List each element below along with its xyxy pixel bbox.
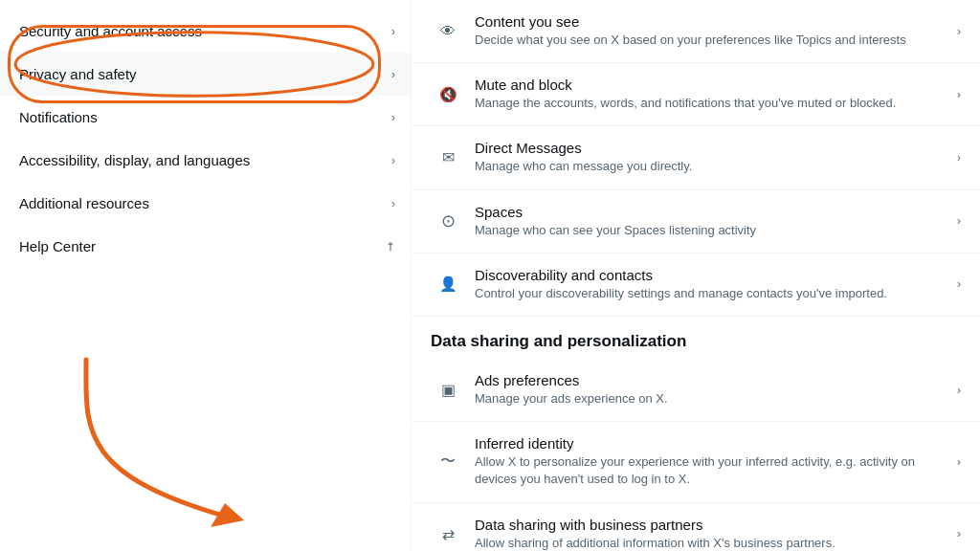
data-sharing-partners-text: Data sharing with business partners Allo… <box>465 517 957 552</box>
discoverability-text: Discoverability and contacts Control you… <box>465 267 957 302</box>
discoverability-desc: Control your discoverability settings an… <box>475 285 947 302</box>
mute-block-desc: Manage the accounts, words, and notifica… <box>475 95 947 112</box>
section-data-sharing: Data sharing and personalization Ads pre… <box>412 317 980 551</box>
section-top: Content you see Decide what you see on X… <box>412 0 980 317</box>
sidebar-item-security-label: Security and account access <box>19 23 202 39</box>
sidebar-item-accessibility[interactable]: Accessibility, display, and languages › <box>0 139 411 182</box>
inferred-icon <box>431 452 465 472</box>
sidebar-item-accessibility-label: Accessibility, display, and languages <box>19 152 250 168</box>
sharing-icon <box>431 525 465 543</box>
content-item-mute-block[interactable]: Mute and block Manage the accounts, word… <box>412 63 980 126</box>
sidebar-item-resources-chevron: › <box>391 197 395 210</box>
sidebar-item-help-chevron: ↗ <box>383 238 399 254</box>
data-sharing-partners-chevron: › <box>957 527 961 540</box>
spaces-chevron: › <box>957 214 961 228</box>
sidebar-item-notifications[interactable]: Notifications › <box>0 96 411 139</box>
content-you-see-title: Content you see <box>475 13 947 30</box>
sidebar-item-privacy-chevron: › <box>391 68 395 81</box>
data-sharing-partners-title: Data sharing with business partners <box>475 517 947 533</box>
ads-text: Ads preferences Manage your ads experien… <box>465 372 957 408</box>
mute-icon <box>431 86 465 103</box>
sidebar-item-accessibility-chevron: › <box>391 154 395 167</box>
content-item-discoverability[interactable]: Discoverability and contacts Control you… <box>412 253 980 317</box>
content-you-see-chevron: › <box>957 25 961 38</box>
sidebar-item-notifications-chevron: › <box>391 111 395 124</box>
sidebar-item-help[interactable]: Help Center ↗ <box>0 225 411 268</box>
mute-block-text: Mute and block Manage the accounts, word… <box>465 77 957 112</box>
sidebar-item-resources[interactable]: Additional resources › <box>0 182 411 225</box>
sidebar-item-privacy[interactable]: Privacy and safety › <box>0 53 411 96</box>
content-area: Content you see Decide what you see on X… <box>412 0 980 551</box>
direct-messages-title: Direct Messages <box>475 140 947 156</box>
discoverability-title: Discoverability and contacts <box>475 267 947 283</box>
sidebar-item-notifications-label: Notifications <box>19 109 98 125</box>
sidebar-item-security-chevron: › <box>391 25 395 38</box>
discover-icon <box>431 276 465 293</box>
inferred-chevron: › <box>957 455 961 469</box>
content-item-content-you-see[interactable]: Content you see Decide what you see on X… <box>412 0 980 63</box>
content-item-direct-messages[interactable]: Direct Messages Manage who can message y… <box>412 126 980 189</box>
content-item-inferred[interactable]: Inferred identity Allow X to personalize… <box>412 422 980 502</box>
spaces-icon <box>431 210 465 231</box>
content-item-ads[interactable]: Ads preferences Manage your ads experien… <box>412 359 980 422</box>
content-item-data-sharing-partners[interactable]: Data sharing with business partners Allo… <box>412 503 980 552</box>
dm-icon <box>431 148 465 166</box>
ads-icon <box>431 381 465 399</box>
eye-icon <box>431 23 465 40</box>
inferred-text: Inferred identity Allow X to personalize… <box>465 435 957 488</box>
content-you-see-text: Content you see Decide what you see on X… <box>465 13 957 49</box>
sidebar-item-security[interactable]: Security and account access › <box>0 10 411 53</box>
direct-messages-text: Direct Messages Manage who can message y… <box>465 140 957 175</box>
arrow-annotation <box>57 350 364 541</box>
inferred-title: Inferred identity <box>475 435 947 452</box>
direct-messages-desc: Manage who can message you directly. <box>475 158 947 175</box>
spaces-text: Spaces Manage who can see your Spaces li… <box>465 204 957 239</box>
content-you-see-desc: Decide what you see on X based on your p… <box>475 32 947 49</box>
inferred-desc: Allow X to personalize your experience w… <box>475 453 947 488</box>
discoverability-chevron: › <box>957 277 961 291</box>
direct-messages-chevron: › <box>957 151 961 165</box>
sidebar-item-resources-label: Additional resources <box>19 195 149 211</box>
ads-chevron: › <box>957 384 961 397</box>
sidebar-item-privacy-label: Privacy and safety <box>19 66 137 82</box>
sidebar-item-help-label: Help Center <box>19 238 96 254</box>
mute-block-title: Mute and block <box>475 77 947 93</box>
ads-title: Ads preferences <box>475 372 947 388</box>
data-sharing-header: Data sharing and personalization <box>412 317 980 359</box>
svg-marker-1 <box>211 503 244 527</box>
mute-block-chevron: › <box>957 88 961 101</box>
spaces-desc: Manage who can see your Spaces listening… <box>475 222 947 239</box>
spaces-title: Spaces <box>475 204 947 220</box>
ads-desc: Manage your ads experience on X. <box>475 390 947 408</box>
data-sharing-partners-desc: Allow sharing of additional information … <box>475 535 947 552</box>
content-item-spaces[interactable]: Spaces Manage who can see your Spaces li… <box>412 190 980 253</box>
sidebar: Security and account access › Privacy an… <box>0 0 412 551</box>
